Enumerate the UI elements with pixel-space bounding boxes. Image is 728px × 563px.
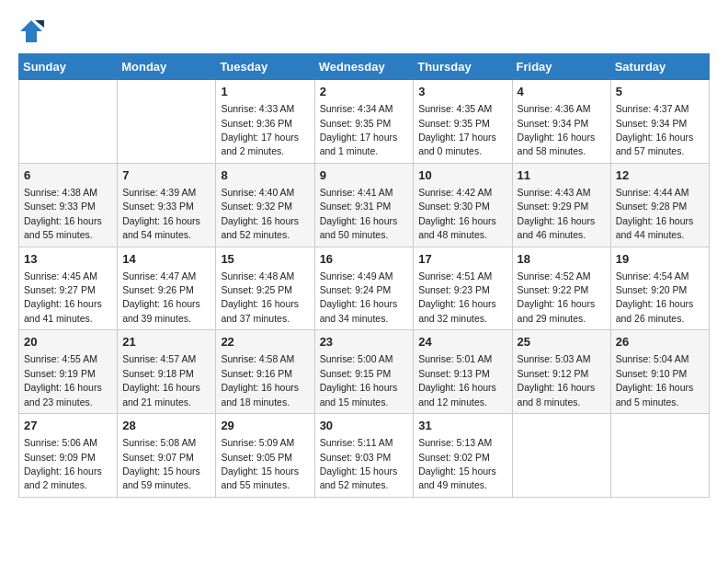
day-number: 1 bbox=[221, 84, 309, 100]
day-number: 23 bbox=[320, 334, 409, 350]
day-info: Sunrise: 4:40 AM Sunset: 9:32 PM Dayligh… bbox=[221, 187, 299, 240]
calendar-cell: 2Sunrise: 4:34 AM Sunset: 9:35 PM Daylig… bbox=[314, 80, 414, 164]
day-info: Sunrise: 4:34 AM Sunset: 9:35 PM Dayligh… bbox=[320, 103, 398, 156]
day-number: 28 bbox=[122, 418, 210, 434]
calendar-cell: 10Sunrise: 4:42 AM Sunset: 9:30 PM Dayli… bbox=[414, 163, 512, 247]
weekday-header-thursday: Thursday bbox=[414, 54, 512, 80]
calendar-cell: 8Sunrise: 4:40 AM Sunset: 9:32 PM Daylig… bbox=[216, 163, 314, 247]
weekday-header-row: SundayMondayTuesdayWednesdayThursdayFrid… bbox=[19, 54, 710, 80]
day-number: 20 bbox=[24, 334, 112, 350]
calendar-cell: 5Sunrise: 4:37 AM Sunset: 9:34 PM Daylig… bbox=[610, 80, 709, 164]
day-info: Sunrise: 4:39 AM Sunset: 9:33 PM Dayligh… bbox=[122, 187, 200, 240]
day-number: 5 bbox=[616, 84, 704, 100]
calendar-cell: 23Sunrise: 5:00 AM Sunset: 9:15 PM Dayli… bbox=[314, 330, 414, 414]
page: SundayMondayTuesdayWednesdayThursdayFrid… bbox=[0, 0, 728, 516]
day-info: Sunrise: 5:03 AM Sunset: 9:12 PM Dayligh… bbox=[518, 353, 596, 407]
day-info: Sunrise: 5:13 AM Sunset: 9:02 PM Dayligh… bbox=[418, 437, 496, 490]
calendar-cell: 20Sunrise: 4:55 AM Sunset: 9:19 PM Dayli… bbox=[19, 330, 118, 414]
day-number: 10 bbox=[418, 167, 506, 184]
calendar: SundayMondayTuesdayWednesdayThursdayFrid… bbox=[18, 53, 710, 498]
day-number: 15 bbox=[221, 251, 309, 268]
week-row-3: 13Sunrise: 4:45 AM Sunset: 9:27 PM Dayli… bbox=[19, 247, 710, 330]
week-row-5: 27Sunrise: 5:06 AM Sunset: 9:09 PM Dayli… bbox=[19, 414, 710, 498]
header bbox=[18, 15, 710, 44]
svg-marker-0 bbox=[20, 20, 42, 42]
calendar-cell bbox=[610, 414, 709, 498]
calendar-cell: 11Sunrise: 4:43 AM Sunset: 9:29 PM Dayli… bbox=[512, 163, 610, 247]
day-info: Sunrise: 5:06 AM Sunset: 9:09 PM Dayligh… bbox=[24, 437, 102, 490]
calendar-cell: 15Sunrise: 4:48 AM Sunset: 9:25 PM Dayli… bbox=[216, 247, 314, 330]
day-number: 30 bbox=[320, 418, 409, 434]
day-number: 22 bbox=[221, 334, 309, 350]
calendar-cell: 22Sunrise: 4:58 AM Sunset: 9:16 PM Dayli… bbox=[216, 330, 314, 414]
calendar-cell: 28Sunrise: 5:08 AM Sunset: 9:07 PM Dayli… bbox=[118, 414, 216, 498]
calendar-cell bbox=[512, 414, 610, 498]
weekday-header-friday: Friday bbox=[512, 54, 610, 80]
calendar-cell: 24Sunrise: 5:01 AM Sunset: 9:13 PM Dayli… bbox=[414, 330, 512, 414]
logo bbox=[18, 18, 48, 44]
day-info: Sunrise: 4:38 AM Sunset: 9:33 PM Dayligh… bbox=[24, 187, 102, 240]
day-number: 16 bbox=[320, 251, 409, 268]
calendar-cell: 26Sunrise: 5:04 AM Sunset: 9:10 PM Dayli… bbox=[610, 330, 709, 414]
day-info: Sunrise: 4:35 AM Sunset: 9:35 PM Dayligh… bbox=[418, 103, 496, 156]
day-info: Sunrise: 4:33 AM Sunset: 9:36 PM Dayligh… bbox=[221, 103, 299, 156]
day-number: 6 bbox=[24, 167, 112, 184]
day-info: Sunrise: 5:04 AM Sunset: 9:10 PM Dayligh… bbox=[616, 353, 694, 407]
calendar-cell: 3Sunrise: 4:35 AM Sunset: 9:35 PM Daylig… bbox=[414, 80, 512, 164]
day-info: Sunrise: 4:54 AM Sunset: 9:20 PM Dayligh… bbox=[616, 270, 694, 324]
day-info: Sunrise: 5:09 AM Sunset: 9:05 PM Dayligh… bbox=[221, 437, 299, 490]
calendar-cell: 30Sunrise: 5:11 AM Sunset: 9:03 PM Dayli… bbox=[314, 414, 414, 498]
day-number: 2 bbox=[320, 84, 409, 100]
day-info: Sunrise: 4:44 AM Sunset: 9:28 PM Dayligh… bbox=[616, 187, 694, 240]
weekday-header-tuesday: Tuesday bbox=[216, 54, 314, 80]
calendar-cell: 29Sunrise: 5:09 AM Sunset: 9:05 PM Dayli… bbox=[216, 414, 314, 498]
calendar-cell: 27Sunrise: 5:06 AM Sunset: 9:09 PM Dayli… bbox=[19, 414, 118, 498]
day-info: Sunrise: 4:48 AM Sunset: 9:25 PM Dayligh… bbox=[221, 270, 299, 324]
day-number: 14 bbox=[122, 251, 210, 268]
week-row-2: 6Sunrise: 4:38 AM Sunset: 9:33 PM Daylig… bbox=[19, 163, 710, 247]
day-number: 8 bbox=[221, 167, 309, 184]
day-info: Sunrise: 4:36 AM Sunset: 9:34 PM Dayligh… bbox=[518, 103, 596, 156]
day-info: Sunrise: 4:51 AM Sunset: 9:23 PM Dayligh… bbox=[418, 270, 496, 324]
day-number: 27 bbox=[24, 418, 112, 434]
calendar-cell: 17Sunrise: 4:51 AM Sunset: 9:23 PM Dayli… bbox=[414, 247, 512, 330]
calendar-cell: 14Sunrise: 4:47 AM Sunset: 9:26 PM Dayli… bbox=[118, 247, 216, 330]
day-number: 26 bbox=[616, 334, 704, 350]
day-number: 19 bbox=[616, 251, 704, 268]
calendar-cell bbox=[19, 80, 118, 164]
week-row-1: 1Sunrise: 4:33 AM Sunset: 9:36 PM Daylig… bbox=[19, 80, 710, 164]
day-number: 25 bbox=[518, 334, 606, 350]
calendar-cell: 9Sunrise: 4:41 AM Sunset: 9:31 PM Daylig… bbox=[314, 163, 414, 247]
day-number: 18 bbox=[518, 251, 606, 268]
calendar-cell: 6Sunrise: 4:38 AM Sunset: 9:33 PM Daylig… bbox=[19, 163, 118, 247]
weekday-header-wednesday: Wednesday bbox=[314, 54, 414, 80]
day-number: 13 bbox=[24, 251, 112, 268]
day-info: Sunrise: 4:45 AM Sunset: 9:27 PM Dayligh… bbox=[24, 270, 102, 324]
day-number: 17 bbox=[418, 251, 506, 268]
day-info: Sunrise: 4:58 AM Sunset: 9:16 PM Dayligh… bbox=[221, 353, 299, 407]
day-info: Sunrise: 5:00 AM Sunset: 9:15 PM Dayligh… bbox=[320, 353, 398, 407]
day-number: 21 bbox=[122, 334, 210, 350]
day-info: Sunrise: 4:37 AM Sunset: 9:34 PM Dayligh… bbox=[616, 103, 694, 156]
weekday-header-monday: Monday bbox=[118, 54, 216, 80]
calendar-cell: 19Sunrise: 4:54 AM Sunset: 9:20 PM Dayli… bbox=[610, 247, 709, 330]
calendar-cell: 16Sunrise: 4:49 AM Sunset: 9:24 PM Dayli… bbox=[314, 247, 414, 330]
calendar-cell: 7Sunrise: 4:39 AM Sunset: 9:33 PM Daylig… bbox=[118, 163, 216, 247]
week-row-4: 20Sunrise: 4:55 AM Sunset: 9:19 PM Dayli… bbox=[19, 330, 710, 414]
day-number: 4 bbox=[518, 84, 606, 100]
day-number: 31 bbox=[418, 418, 506, 434]
calendar-cell: 18Sunrise: 4:52 AM Sunset: 9:22 PM Dayli… bbox=[512, 247, 610, 330]
calendar-cell: 4Sunrise: 4:36 AM Sunset: 9:34 PM Daylig… bbox=[512, 80, 610, 164]
day-number: 11 bbox=[518, 167, 606, 184]
day-info: Sunrise: 4:57 AM Sunset: 9:18 PM Dayligh… bbox=[122, 353, 200, 407]
day-info: Sunrise: 4:52 AM Sunset: 9:22 PM Dayligh… bbox=[518, 270, 596, 324]
day-info: Sunrise: 4:55 AM Sunset: 9:19 PM Dayligh… bbox=[24, 353, 102, 407]
day-number: 12 bbox=[616, 167, 704, 184]
day-info: Sunrise: 4:49 AM Sunset: 9:24 PM Dayligh… bbox=[320, 270, 398, 324]
day-number: 3 bbox=[418, 84, 506, 100]
calendar-cell: 13Sunrise: 4:45 AM Sunset: 9:27 PM Dayli… bbox=[19, 247, 118, 330]
calendar-cell: 12Sunrise: 4:44 AM Sunset: 9:28 PM Dayli… bbox=[610, 163, 709, 247]
calendar-cell: 1Sunrise: 4:33 AM Sunset: 9:36 PM Daylig… bbox=[216, 80, 314, 164]
day-info: Sunrise: 4:47 AM Sunset: 9:26 PM Dayligh… bbox=[122, 270, 200, 324]
day-info: Sunrise: 5:01 AM Sunset: 9:13 PM Dayligh… bbox=[418, 353, 496, 407]
